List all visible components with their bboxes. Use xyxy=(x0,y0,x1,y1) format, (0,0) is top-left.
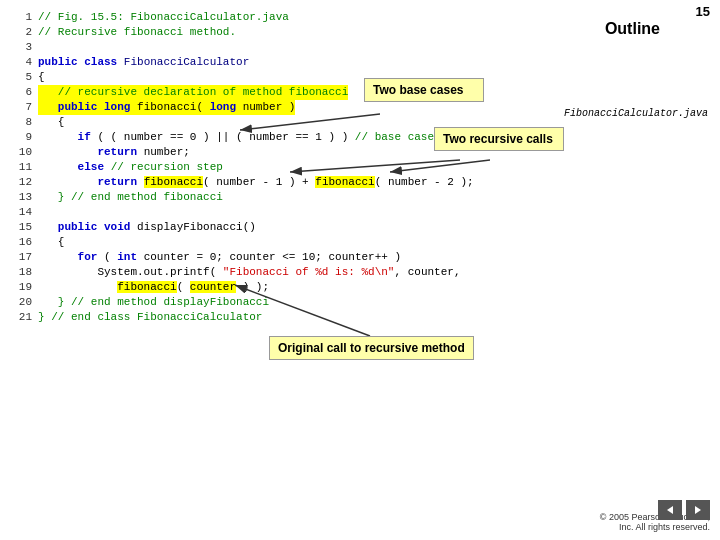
next-icon xyxy=(693,505,703,515)
code-line-12: 12 return fibonacci( number - 1 ) + fibo… xyxy=(10,175,710,190)
code-line-9: 9 if ( ( number == 0 ) || ( number == 1 … xyxy=(10,130,710,145)
two-base-cases-annotation: Two base cases xyxy=(364,78,484,102)
code-line-13: 13 } // end method fibonacci xyxy=(10,190,710,205)
prev-icon xyxy=(665,505,675,515)
code-line-5: 5 { xyxy=(10,70,710,85)
code-line-10: 10 return number; xyxy=(10,145,710,160)
calculator-java-label: FibonacciCalculator.java xyxy=(564,108,708,119)
code-line-16: 16 { xyxy=(10,235,710,250)
code-line-14: 14 xyxy=(10,205,710,220)
svg-marker-6 xyxy=(695,506,701,514)
code-line-4: 4 public class FibonacciCalculator xyxy=(10,55,710,70)
code-line-3: 3 xyxy=(10,40,710,55)
code-line-2: 2 // Recursive fibonacci method. xyxy=(10,25,710,40)
code-line-17: 17 for ( int counter = 0; counter <= 10;… xyxy=(10,250,710,265)
code-line-15: 15 public void displayFibonacci() xyxy=(10,220,710,235)
code-line-1: 1 // Fig. 15.5: FibonacciCalculator.java xyxy=(10,10,710,25)
next-button[interactable] xyxy=(686,500,710,520)
code-line-19: 19 fibonacci( counter ) ); xyxy=(10,280,710,295)
code-line-18: 18 System.out.printf( "Fibonacci of %d i… xyxy=(10,265,710,280)
code-line-11: 11 else // recursion step xyxy=(10,160,710,175)
code-line-20: 20 } // end method displayFibonacci xyxy=(10,295,710,310)
code-area: 1 // Fig. 15.5: FibonacciCalculator.java… xyxy=(10,10,710,480)
code-line-6: 6 // recursive declaration of method fib… xyxy=(10,85,710,100)
code-line-21: 21 } // end class FibonacciCalculator xyxy=(10,310,710,325)
rights-line: Inc. All rights reserved. xyxy=(600,522,710,532)
svg-marker-5 xyxy=(667,506,673,514)
two-recursive-calls-annotation: Two recursive calls xyxy=(434,127,564,151)
nav-buttons xyxy=(658,500,710,520)
prev-button[interactable] xyxy=(658,500,682,520)
original-call-annotation: Original call to recursive method xyxy=(269,336,474,360)
